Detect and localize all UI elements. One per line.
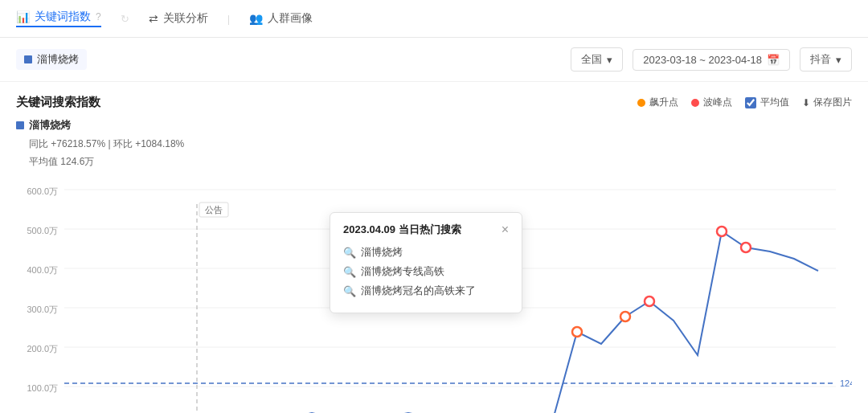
nav-divider-1: ↻ [121, 13, 129, 25]
svg-text:400.0万: 400.0万 [27, 265, 58, 275]
download-icon: ⬇ [802, 97, 810, 108]
tooltip-header: 2023.04.09 当日热门搜索 × [343, 223, 509, 237]
svg-point-27 [572, 327, 582, 337]
link-icon: ⇄ [149, 12, 158, 25]
people-icon: 👥 [249, 12, 263, 25]
svg-text:124.6万: 124.6万 [840, 378, 852, 388]
kw-color-dot [16, 121, 24, 129]
tooltip-box: 2023.04.09 当日热门搜索 × 🔍 淄博烧烤 🔍 淄博烧烤专线高铁 🔍 … [330, 212, 522, 313]
tooltip-close-button[interactable]: × [502, 223, 509, 237]
legend-avg[interactable]: 平均值 [745, 96, 789, 109]
nav-related[interactable]: ⇄ 关联分析 [149, 11, 208, 26]
nav-divider-2: | [227, 13, 230, 25]
nav-audience[interactable]: 👥 人群画像 [249, 11, 313, 26]
filter-bar: 淄博烧烤 全国 ▾ 2023-03-18 ~ 2023-04-18 📅 抖音 ▾ [0, 38, 868, 82]
nav-keywords-label: 关键词指数 [35, 10, 91, 24]
save-image-button[interactable]: ⬇ 保存图片 [802, 96, 852, 109]
legend-peak[interactable]: 飙升点 [637, 96, 678, 109]
search-icon-2: 🔍 [343, 266, 356, 278]
svg-point-30 [717, 227, 727, 236]
svg-text:300.0万: 300.0万 [27, 305, 58, 314]
top-navigation: 📊 关键词指数 ? ↻ ⇄ 关联分析 | 👥 人群画像 [0, 0, 868, 38]
keyword-name-row: 淄博烧烤 [16, 118, 852, 133]
save-label: 保存图片 [813, 96, 852, 109]
svg-point-28 [620, 312, 630, 321]
nav-keywords[interactable]: 📊 关键词指数 ? [16, 10, 101, 27]
tooltip-title: 2023.04.09 当日热门搜索 [343, 223, 461, 237]
svg-point-29 [645, 296, 654, 306]
keyword-tag: 淄博烧烤 [16, 49, 87, 70]
peak-dot [637, 99, 645, 107]
legend-peak-label: 飙升点 [649, 96, 678, 109]
region-value: 全国 [581, 52, 602, 67]
chart-section: 关键词搜索指数 飙升点 波峰点 平均值 ⬇ 保存图片 淄博烧烤 [0, 82, 868, 413]
nav-related-label: 关联分析 [163, 11, 208, 26]
tooltip-item-1: 🔍 淄博烧烤 [343, 245, 509, 260]
tooltip-item-3-text: 淄博烧烤冠名的高铁来了 [361, 284, 476, 298]
legend-avg-label: 平均值 [760, 96, 789, 109]
keyword-stats: 同比 +76218.57% | 环比 +1084.18% 平均值 124.6万 [29, 136, 852, 170]
platform-value: 抖音 [810, 52, 831, 67]
tooltip-item-1-text: 淄博烧烤 [361, 245, 403, 260]
keyword-display-name: 淄博烧烤 [29, 118, 71, 133]
nav-audience-label: 人群画像 [268, 11, 313, 26]
wave-dot [691, 99, 699, 107]
legend-wave-label: 波峰点 [703, 96, 732, 109]
chart-area: 2023.04.09 当日热门搜索 × 🔍 淄博烧烤 🔍 淄博烧烤专线高铁 🔍 … [16, 180, 852, 413]
platform-select[interactable]: 抖音 ▾ [800, 47, 852, 72]
search-icon-3: 🔍 [343, 285, 356, 297]
keyword-tag-text: 淄博烧烤 [37, 52, 79, 67]
stat-line-2: 平均值 124.6万 [29, 153, 852, 171]
chart-title: 关键词搜索指数 [16, 95, 100, 110]
platform-chevron: ▾ [836, 54, 841, 66]
svg-point-31 [741, 243, 751, 252]
stat-line-1: 同比 +76218.57% | 环比 +1084.18% [29, 136, 852, 153]
chart-header: 关键词搜索指数 飙升点 波峰点 平均值 ⬇ 保存图片 [16, 95, 852, 110]
region-chevron: ▾ [607, 54, 612, 66]
svg-text:100.0万: 100.0万 [27, 383, 58, 393]
keyword-color-dot [24, 55, 32, 63]
search-icon-1: 🔍 [343, 247, 356, 259]
date-range-picker[interactable]: 2023-03-18 ~ 2023-04-18 📅 [633, 49, 790, 71]
date-range-value: 2023-03-18 ~ 2023-04-18 [643, 54, 762, 66]
help-icon[interactable]: ? [96, 11, 101, 22]
calendar-icon: 📅 [767, 54, 780, 66]
tooltip-item-2-text: 淄博烧烤专线高铁 [361, 264, 444, 279]
chart-icon: 📊 [16, 10, 30, 23]
keyword-info: 淄博烧烤 同比 +76218.57% | 环比 +1084.18% 平均值 12… [16, 118, 852, 170]
svg-text:500.0万: 500.0万 [27, 226, 58, 235]
legend-wave[interactable]: 波峰点 [691, 96, 732, 109]
tooltip-item-2: 🔍 淄博烧烤专线高铁 [343, 264, 509, 279]
chart-controls: 飙升点 波峰点 平均值 ⬇ 保存图片 [637, 96, 852, 109]
tooltip-item-3: 🔍 淄博烧烤冠名的高铁来了 [343, 284, 509, 298]
avg-checkbox[interactable] [745, 97, 756, 108]
svg-text:公告: 公告 [205, 205, 223, 215]
svg-text:600.0万: 600.0万 [27, 186, 58, 196]
region-select[interactable]: 全国 ▾ [571, 47, 623, 72]
svg-text:200.0万: 200.0万 [27, 344, 58, 354]
